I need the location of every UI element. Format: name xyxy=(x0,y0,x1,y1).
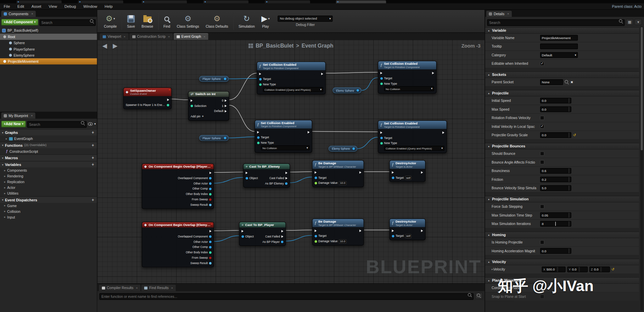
vector-z-input[interactable]: Z0.0 xyxy=(589,266,610,272)
pin-spawner-0-is-player-1-is-enemy[interactable]: Spawner 0 Is Player 1 Is Enemy xyxy=(126,104,169,107)
number-input[interactable]: 0.0 xyxy=(540,132,571,138)
pin-exec[interactable] xyxy=(209,230,212,232)
number-input[interactable]: 0.2 xyxy=(540,177,571,182)
pin-cast-failed[interactable]: Cast Failed xyxy=(269,176,287,180)
data-pin[interactable] xyxy=(209,182,212,185)
exec-pin[interactable] xyxy=(246,172,248,174)
tab-my-blueprint[interactable]: My Blueprint × xyxy=(1,113,35,119)
component-item-elemysphere[interactable]: ElemySphere xyxy=(0,52,97,58)
pin-0[interactable]: 0 xyxy=(222,98,227,102)
exec-pin[interactable] xyxy=(209,230,212,232)
pin-exec[interactable] xyxy=(281,230,283,232)
exec-pin[interactable] xyxy=(209,172,212,174)
category-collision[interactable]: ▸Collision xyxy=(0,208,97,214)
pin-other-comp[interactable]: Other Comp xyxy=(192,246,212,249)
category-utilities[interactable]: ▸Utilities xyxy=(0,191,97,196)
data-pin[interactable] xyxy=(259,83,261,86)
exec-pin[interactable] xyxy=(321,73,323,75)
exec-pin[interactable] xyxy=(225,110,227,112)
data-pin[interactable] xyxy=(315,240,317,243)
exec-pin[interactable] xyxy=(242,230,244,232)
pin-new-type[interactable]: New Type xyxy=(257,141,274,145)
close-icon[interactable]: × xyxy=(136,286,138,290)
section-variables[interactable]: ▾Variables+ xyxy=(0,161,97,167)
pin-exec[interactable] xyxy=(442,131,444,134)
data-pin[interactable] xyxy=(380,83,383,85)
data-pin[interactable] xyxy=(259,78,261,80)
find-button[interactable]: Find xyxy=(160,13,174,29)
components-search-input[interactable] xyxy=(39,19,95,26)
pin-target[interactable]: Target xyxy=(259,77,271,81)
node-cast-to-bp-player[interactable]: »Cast To BP_PlayerObjectCast FailedAs BP… xyxy=(239,222,286,246)
data-pin[interactable] xyxy=(209,188,212,190)
exec-pin[interactable] xyxy=(225,99,227,102)
data-pin[interactable] xyxy=(209,240,212,243)
checkbox[interactable] xyxy=(540,160,544,164)
exec-pin[interactable] xyxy=(315,229,317,232)
node-destroyactor[interactable]: ƒDestroyActorTarget is ActorTargetself xyxy=(389,160,425,182)
number-input[interactable]: 0.0 xyxy=(540,248,571,254)
output-pin[interactable] xyxy=(224,78,226,80)
pin-exec[interactable] xyxy=(380,72,382,74)
event-graph-canvas[interactable]: Player SphereElemy SpherePlayer SphereEl… xyxy=(97,40,485,283)
socket-search-icon[interactable] xyxy=(565,80,569,84)
data-pin[interactable] xyxy=(242,235,244,237)
display-filter-button[interactable]: ▾ xyxy=(635,19,642,25)
tab-details[interactable]: Details × xyxy=(486,11,512,17)
reset-to-default-icon[interactable]: ↺ xyxy=(573,133,576,137)
dropdown[interactable]: Default▾ xyxy=(540,52,578,58)
pin-selection[interactable]: Selection xyxy=(191,104,206,108)
pin-object[interactable]: Object xyxy=(242,234,254,238)
data-pin[interactable] xyxy=(315,176,317,179)
node-be-damage[interactable]: ƒBe DamageTarget is BP SRBasic Character… xyxy=(312,160,364,188)
exec-pin[interactable] xyxy=(380,131,382,134)
number-input[interactable]: 0.05 xyxy=(540,212,571,218)
exec-pin[interactable] xyxy=(392,171,394,173)
window-tab[interactable] xyxy=(336,0,386,3)
exec-pin[interactable] xyxy=(285,177,287,179)
exec-pin[interactable] xyxy=(442,131,444,134)
checkbox[interactable]: ✓ xyxy=(540,62,544,66)
checkbox[interactable] xyxy=(540,116,544,120)
pin-exec[interactable] xyxy=(359,171,361,173)
pin-object[interactable]: Object xyxy=(246,176,258,180)
menu-window[interactable]: Window xyxy=(80,3,101,9)
pin-exec[interactable] xyxy=(167,98,169,101)
blueprint-self-item[interactable]: BP_BasicBulet(self) xyxy=(0,27,97,33)
view-options-eye-icon[interactable] xyxy=(88,122,93,125)
menu-help[interactable]: Help xyxy=(101,3,116,9)
component-item-sphere[interactable]: Sphere xyxy=(0,40,97,46)
node-cast-to-bp-elemey[interactable]: »Cast To BP_ElemeyObjectCast FailedAs BP… xyxy=(243,164,290,188)
add-new-button[interactable]: +Add New ▾ xyxy=(1,120,26,127)
window-tab[interactable] xyxy=(265,0,310,3)
pin-new-type[interactable]: New Type xyxy=(380,141,397,145)
text-input[interactable] xyxy=(540,44,578,49)
reset-to-default-icon[interactable]: ↺ xyxy=(611,267,614,272)
close-icon[interactable]: × xyxy=(31,114,33,117)
section-header-homing[interactable]: ▲Homing xyxy=(485,232,639,238)
simulation-button[interactable]: ↻Simulation xyxy=(235,13,258,29)
play-button[interactable]: ▶▾Play xyxy=(258,13,273,29)
data-pin[interactable] xyxy=(209,177,212,179)
class-settings-button[interactable]: ⚙Class Settings xyxy=(173,13,202,29)
exec-pin[interactable] xyxy=(285,172,287,174)
vector-x-input[interactable]: X500.0 xyxy=(541,266,565,272)
tab-construction-scrip[interactable]: Construction Scrip× xyxy=(129,33,173,40)
add-component-button[interactable]: +Add Component ▾ xyxy=(1,19,38,25)
component-item-playersphere[interactable]: PlayerSphere xyxy=(0,46,97,52)
enum-dropdown[interactable]: Collision Enabled (Query and Physics)▾ xyxy=(384,146,444,151)
close-icon[interactable]: × xyxy=(31,12,33,16)
section-header-velocity[interactable]: ▲Velocity xyxy=(485,259,639,265)
expander-icon[interactable]: ▸ xyxy=(4,174,5,178)
checkbox[interactable] xyxy=(540,204,544,208)
data-pin[interactable] xyxy=(209,262,212,264)
chevron-down-icon[interactable]: ▾ xyxy=(94,122,95,125)
number-input[interactable]: 8 xyxy=(540,221,571,227)
number-input[interactable]: 0.0 xyxy=(540,106,571,112)
clear-socket-icon[interactable]: ✖ xyxy=(570,80,573,84)
pin-other-actor[interactable]: Other Actor xyxy=(194,240,212,243)
pin-target[interactable]: Target xyxy=(315,234,327,238)
find-in-blueprints-button[interactable] xyxy=(475,292,483,299)
category-game[interactable]: ▸Game xyxy=(0,203,97,208)
variable-get-node-player-sphere[interactable]: Player Sphere xyxy=(199,76,229,82)
